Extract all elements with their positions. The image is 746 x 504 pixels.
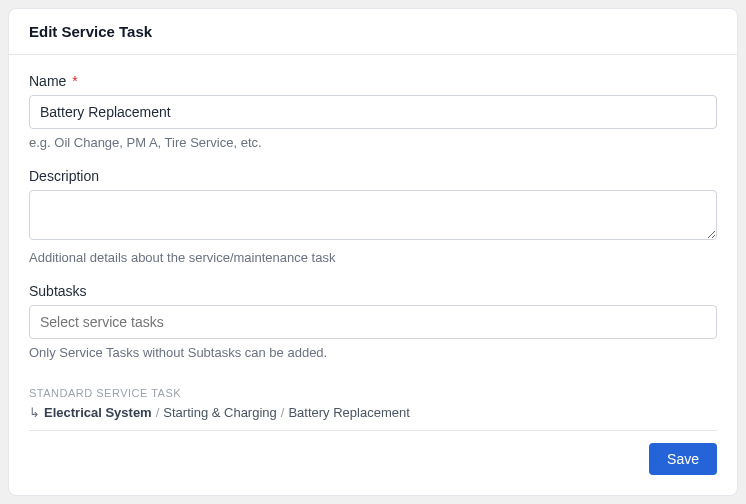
description-group: Description Additional details about the… <box>29 168 717 265</box>
page-title: Edit Service Task <box>29 23 717 40</box>
breadcrumb-separator-2: / <box>281 405 285 420</box>
description-label: Description <box>29 168 717 184</box>
card-footer: Save <box>29 443 717 475</box>
edit-service-task-card: Edit Service Task Name * e.g. Oil Change… <box>8 8 738 496</box>
arrow-down-right-icon: ↳ <box>29 405 40 420</box>
breadcrumb-separator-1: / <box>156 405 160 420</box>
breadcrumb-parent: Electrical System <box>44 405 152 420</box>
save-button[interactable]: Save <box>649 443 717 475</box>
standard-task-section-label: STANDARD SERVICE TASK <box>29 387 717 399</box>
name-help: e.g. Oil Change, PM A, Tire Service, etc… <box>29 135 717 150</box>
subtasks-select[interactable] <box>29 305 717 339</box>
subtasks-group: Subtasks Only Service Tasks without Subt… <box>29 283 717 360</box>
breadcrumb-mid: Starting & Charging <box>163 405 276 420</box>
subtasks-help: Only Service Tasks without Subtasks can … <box>29 345 717 360</box>
name-input[interactable] <box>29 95 717 129</box>
name-label: Name * <box>29 73 717 89</box>
standard-task-section: STANDARD SERVICE TASK ↳ Electrical Syste… <box>29 387 717 443</box>
card-body: Name * e.g. Oil Change, PM A, Tire Servi… <box>9 55 737 495</box>
description-help: Additional details about the service/mai… <box>29 250 717 265</box>
subtasks-label: Subtasks <box>29 283 717 299</box>
spacer <box>29 378 717 387</box>
breadcrumb: ↳ Electrical System / Starting & Chargin… <box>29 405 717 431</box>
name-group: Name * e.g. Oil Change, PM A, Tire Servi… <box>29 73 717 150</box>
card-header: Edit Service Task <box>9 9 737 55</box>
name-label-text: Name <box>29 73 66 89</box>
breadcrumb-leaf: Battery Replacement <box>288 405 409 420</box>
description-textarea[interactable] <box>29 190 717 240</box>
required-marker: * <box>72 73 77 89</box>
